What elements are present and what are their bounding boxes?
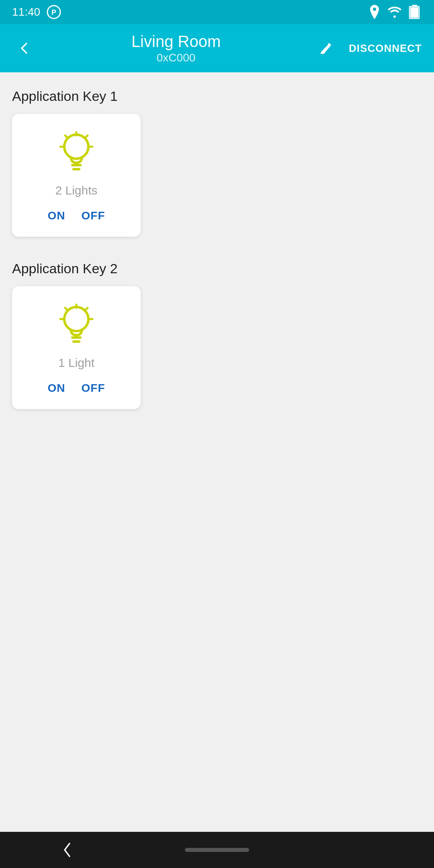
section-1: Application Key 1 2 Lights ON <box>12 88 422 237</box>
app-bar-actions: DISCONNECT <box>316 38 422 59</box>
svg-text:P: P <box>51 8 56 16</box>
svg-line-10 <box>65 135 68 138</box>
bulb-icon-1 <box>56 130 96 176</box>
status-bar-right <box>367 5 422 19</box>
card-1-on-button[interactable]: ON <box>48 209 66 222</box>
back-button[interactable] <box>12 36 36 60</box>
svg-line-18 <box>65 308 68 310</box>
app-bar: Living Room 0xC000 DISCONNECT <box>0 24 434 72</box>
card-1-off-button[interactable]: OFF <box>82 209 105 222</box>
app-bar-title-section: Living Room 0xC000 <box>36 33 316 64</box>
location-icon <box>367 5 382 19</box>
nav-back-button[interactable] <box>51 834 83 866</box>
light-card-2: 1 Light ON OFF <box>12 286 141 409</box>
status-bar-left: 11:40 P <box>12 5 61 19</box>
notification-icon: P <box>47 5 61 19</box>
section-2: Application Key 2 1 Light ON OFF <box>12 261 422 409</box>
svg-line-9 <box>85 135 88 138</box>
light-card-1-label: 2 Lights <box>55 184 97 197</box>
disconnect-button[interactable]: DISCONNECT <box>349 42 422 55</box>
light-card-1: 2 Lights ON OFF <box>12 114 141 237</box>
nav-home-indicator[interactable] <box>185 848 249 852</box>
page-subtitle: 0xC000 <box>157 51 196 64</box>
svg-rect-4 <box>410 7 418 18</box>
card-2-on-button[interactable]: ON <box>48 382 66 395</box>
light-card-2-label: 1 Light <box>58 356 94 370</box>
svg-line-17 <box>85 308 88 310</box>
bulb-icon-2 <box>56 302 96 348</box>
section-2-title: Application Key 2 <box>12 261 422 276</box>
svg-rect-3 <box>412 5 417 7</box>
light-card-2-actions: ON OFF <box>48 382 105 395</box>
status-time: 11:40 <box>12 6 40 18</box>
nav-bar <box>0 832 434 868</box>
wifi-icon <box>387 5 402 19</box>
status-bar: 11:40 P <box>0 0 434 24</box>
card-2-off-button[interactable]: OFF <box>82 382 105 395</box>
section-1-title: Application Key 1 <box>12 88 422 104</box>
light-card-1-actions: ON OFF <box>48 209 105 222</box>
page-title: Living Room <box>131 33 221 51</box>
edit-button[interactable] <box>316 38 337 59</box>
main-content: Application Key 1 2 Lights ON <box>0 72 434 832</box>
battery-icon <box>407 5 422 19</box>
